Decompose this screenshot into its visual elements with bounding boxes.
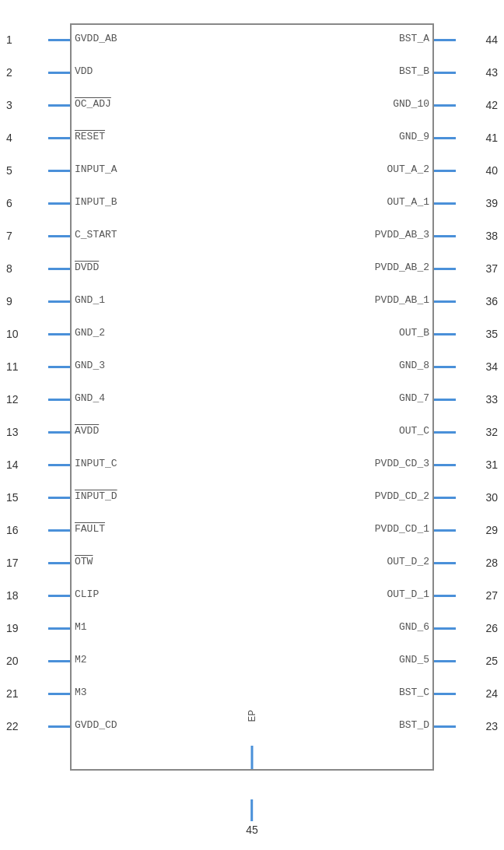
pin-num-right-40: 40 bbox=[485, 164, 498, 177]
pin-num-right-35: 35 bbox=[485, 328, 498, 340]
pin-num-left-10: 10 bbox=[6, 328, 19, 340]
ic-body: EP bbox=[70, 23, 434, 771]
pin-label-right-36: PVDD_AB_1 bbox=[375, 294, 429, 306]
pin-line-left-19 bbox=[48, 627, 70, 630]
pin-label-right-30: PVDD_CD_2 bbox=[375, 490, 429, 502]
pin-label-left-10: GND_2 bbox=[75, 327, 105, 339]
pin-label-left-17: OTW bbox=[75, 556, 93, 567]
pin-label-left-3: OC_ADJ bbox=[75, 98, 111, 110]
pin-line-right-29 bbox=[434, 529, 456, 532]
pin-num-right-25: 25 bbox=[485, 655, 498, 667]
pin-label-right-41: GND_9 bbox=[399, 131, 429, 142]
pin-line-left-6 bbox=[48, 202, 70, 205]
pin-line-left-21 bbox=[48, 693, 70, 695]
pin-label-right-31: PVDD_CD_3 bbox=[375, 458, 429, 469]
pin-45-line bbox=[250, 799, 253, 821]
pin-label-left-11: GND_3 bbox=[75, 360, 105, 371]
pin-bottom-45: 45 bbox=[246, 799, 258, 836]
pin-line-right-40 bbox=[434, 170, 456, 172]
pin-num-right-34: 34 bbox=[485, 360, 498, 373]
pin-line-right-31 bbox=[434, 464, 456, 466]
pin-label-right-35: OUT_B bbox=[399, 327, 429, 339]
pin-label-left-6: INPUT_B bbox=[75, 196, 117, 208]
pin-line-right-43 bbox=[434, 72, 456, 74]
pin-line-right-39 bbox=[434, 202, 456, 205]
pin-line-left-3 bbox=[48, 104, 70, 107]
pin-label-right-42: GND_10 bbox=[393, 98, 429, 110]
pin-line-left-15 bbox=[48, 497, 70, 499]
pin-num-right-28: 28 bbox=[485, 557, 498, 569]
pin-label-right-23: BST_D bbox=[399, 719, 429, 731]
pin-num-left-21: 21 bbox=[6, 687, 19, 700]
pin-label-right-37: PVDD_AB_2 bbox=[375, 262, 429, 273]
pin-line-right-26 bbox=[434, 627, 456, 630]
pin-label-right-29: PVDD_CD_1 bbox=[375, 523, 429, 535]
pin-num-right-33: 33 bbox=[485, 393, 498, 406]
ic-diagram: EP 45 1GVDD_AB2VDD3OC_ADJ4RESET5INPUT_A6… bbox=[0, 0, 504, 850]
pin-line-left-18 bbox=[48, 595, 70, 597]
pin-line-left-16 bbox=[48, 529, 70, 532]
pin-num-right-31: 31 bbox=[485, 458, 498, 471]
pin-line-right-33 bbox=[434, 399, 456, 401]
pin-num-right-29: 29 bbox=[485, 524, 498, 536]
pin-num-left-2: 2 bbox=[6, 66, 12, 79]
pin-num-right-41: 41 bbox=[485, 132, 498, 144]
pin-label-right-24: BST_C bbox=[399, 687, 429, 698]
pin-line-left-14 bbox=[48, 464, 70, 466]
ep-label: EP bbox=[247, 710, 258, 726]
pin-line-left-17 bbox=[48, 562, 70, 564]
pin-num-left-1: 1 bbox=[6, 33, 12, 46]
pin-line-right-44 bbox=[434, 39, 456, 41]
pin-num-left-3: 3 bbox=[6, 99, 12, 111]
pin-num-left-4: 4 bbox=[6, 132, 12, 144]
pin-num-left-5: 5 bbox=[6, 164, 12, 177]
pin-label-right-28: OUT_D_2 bbox=[387, 556, 429, 567]
pin-label-right-39: OUT_A_1 bbox=[387, 196, 429, 208]
pin-label-left-9: GND_1 bbox=[75, 294, 105, 306]
pin-num-right-30: 30 bbox=[485, 491, 498, 504]
pin-label-left-12: GND_4 bbox=[75, 392, 105, 404]
pin-line-right-34 bbox=[434, 366, 456, 368]
pin-label-left-20: M2 bbox=[75, 654, 87, 666]
pin-num-left-14: 14 bbox=[6, 458, 19, 471]
pin-line-right-32 bbox=[434, 431, 456, 434]
pin-line-right-38 bbox=[434, 235, 456, 237]
pin-num-left-6: 6 bbox=[6, 197, 12, 209]
pin-line-right-35 bbox=[434, 333, 456, 335]
pin-num-left-18: 18 bbox=[6, 589, 19, 602]
pin-line-left-12 bbox=[48, 399, 70, 401]
pin-label-left-22: GVDD_CD bbox=[75, 719, 117, 731]
pin-label-right-43: BST_B bbox=[399, 65, 429, 77]
pin-num-left-11: 11 bbox=[6, 360, 19, 373]
pin-line-right-41 bbox=[434, 137, 456, 139]
pin-num-right-23: 23 bbox=[485, 720, 498, 732]
pin-line-right-28 bbox=[434, 562, 456, 564]
pin-num-right-43: 43 bbox=[485, 66, 498, 79]
pin-label-right-44: BST_A bbox=[399, 33, 429, 44]
pin-label-left-14: INPUT_C bbox=[75, 458, 117, 469]
pin-label-left-5: INPUT_A bbox=[75, 163, 117, 175]
pin-line-left-2 bbox=[48, 72, 70, 74]
pin-num-left-13: 13 bbox=[6, 426, 19, 438]
pin-num-left-9: 9 bbox=[6, 295, 12, 307]
pin-num-left-22: 22 bbox=[6, 720, 19, 732]
pin-label-right-33: GND_7 bbox=[399, 392, 429, 404]
pin-label-right-27: OUT_D_1 bbox=[387, 588, 429, 600]
pin-num-right-24: 24 bbox=[485, 687, 498, 700]
pin-line-left-20 bbox=[48, 660, 70, 662]
pin-line-left-13 bbox=[48, 431, 70, 434]
pin-num-left-19: 19 bbox=[6, 622, 19, 634]
pin-label-left-19: M1 bbox=[75, 621, 87, 633]
pin-line-left-7 bbox=[48, 235, 70, 237]
pin-num-right-42: 42 bbox=[485, 99, 498, 111]
pin-label-left-13: AVDD bbox=[75, 425, 99, 437]
pin-label-right-34: GND_8 bbox=[399, 360, 429, 371]
pin-line-right-37 bbox=[434, 268, 456, 270]
pin-line-left-5 bbox=[48, 170, 70, 172]
pin-line-left-22 bbox=[48, 725, 70, 728]
pin-label-left-16: FAULT bbox=[75, 523, 105, 535]
pin-line-left-11 bbox=[48, 366, 70, 368]
pin-num-left-8: 8 bbox=[6, 262, 12, 275]
pin-num-left-17: 17 bbox=[6, 557, 19, 569]
pin-45-num: 45 bbox=[246, 824, 258, 836]
